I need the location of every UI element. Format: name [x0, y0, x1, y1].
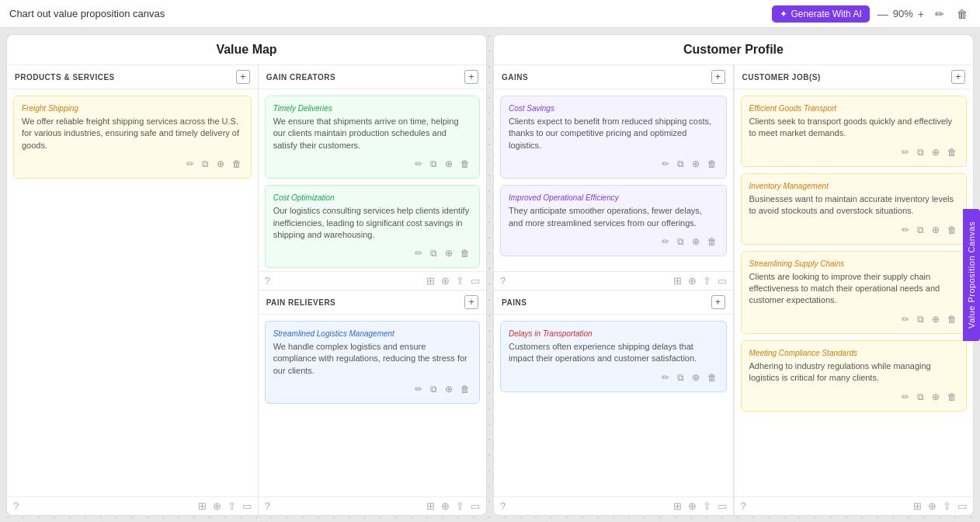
arrow-icon-gains[interactable]: ⇧	[703, 275, 711, 287]
generate-ai-button[interactable]: ✦ Generate With AI	[772, 5, 869, 23]
grid-icon-ps[interactable]: ⊞	[198, 500, 207, 512]
share-icon-ps[interactable]: ⊕	[213, 500, 221, 512]
edit-timely-button[interactable]: ✏	[413, 158, 424, 170]
compliance-standards-tag: Meeting Compliance Standards	[749, 349, 959, 357]
copy-streamlining-button[interactable]: ⧉	[916, 313, 926, 325]
comment-icon-pains[interactable]: ▭	[718, 500, 727, 512]
delete-inventory-button[interactable]: 🗑	[946, 224, 958, 236]
streamlined-logistics-tag: Streamlined Logistics Management	[273, 329, 471, 338]
arrow-icon-gc[interactable]: ⇧	[456, 275, 464, 287]
grid-icon-pr[interactable]: ⊞	[426, 500, 435, 512]
zoom-in-button[interactable]: +	[916, 8, 926, 20]
copy-effgoods-button[interactable]: ⧉	[916, 146, 926, 158]
pen-tool-button[interactable]: ✏	[932, 6, 947, 22]
help-icon-gains[interactable]: ?	[500, 275, 506, 287]
copy-stream-button[interactable]: ⧉	[429, 383, 439, 395]
help-icon-ps[interactable]: ?	[13, 500, 19, 512]
share-icon-gc[interactable]: ⊕	[441, 275, 450, 287]
link-delays-button[interactable]: ⊕	[690, 371, 701, 384]
copy-improved-button[interactable]: ⧉	[676, 235, 686, 248]
comment-icon-gc[interactable]: ▭	[471, 275, 480, 287]
pains-add-button[interactable]: +	[711, 295, 725, 309]
products-services-add-button[interactable]: +	[236, 70, 250, 84]
edit-costsav-button[interactable]: ✏	[660, 158, 671, 170]
gains-add-button[interactable]: +	[711, 70, 725, 84]
link-freight-button[interactable]: ⊕	[215, 158, 226, 170]
grid-icon-pains[interactable]: ⊞	[673, 500, 682, 512]
edit-freight-button[interactable]: ✏	[185, 158, 196, 170]
delete-compliance-button[interactable]: 🗑	[946, 391, 958, 403]
freight-shipping-actions: ✏ ⧉ ⊕ 🗑	[22, 158, 243, 170]
share-icon-pr[interactable]: ⊕	[441, 500, 450, 512]
copy-delays-button[interactable]: ⧉	[676, 371, 686, 384]
arrow-icon-ps[interactable]: ⇧	[228, 500, 236, 512]
edit-delays-button[interactable]: ✏	[660, 371, 671, 384]
link-streamlining-button[interactable]: ⊕	[930, 313, 941, 325]
delete-effgoods-button[interactable]: 🗑	[946, 146, 958, 158]
arrow-icon-pr[interactable]: ⇧	[456, 500, 464, 512]
pain-relievers-add-button[interactable]: +	[464, 295, 478, 309]
delete-streamlining-button[interactable]: 🗑	[946, 313, 958, 325]
delete-delays-button[interactable]: 🗑	[706, 371, 718, 384]
arrow-icon-pains[interactable]: ⇧	[703, 500, 711, 512]
comment-icon-cj[interactable]: ▭	[957, 500, 967, 512]
copy-compliance-button[interactable]: ⧉	[916, 391, 926, 403]
delete-costsav-button[interactable]: 🗑	[706, 158, 718, 170]
edit-costopt-button[interactable]: ✏	[413, 247, 424, 259]
copy-costsav-button[interactable]: ⧉	[676, 158, 686, 170]
delete-costopt-button[interactable]: 🗑	[459, 247, 471, 259]
link-stream-button[interactable]: ⊕	[443, 383, 454, 395]
help-icon-cj[interactable]: ?	[741, 500, 746, 512]
help-icon-pains[interactable]: ?	[500, 500, 506, 512]
edit-effgoods-button[interactable]: ✏	[900, 146, 911, 158]
share-icon-gains[interactable]: ⊕	[688, 275, 697, 287]
link-compliance-button[interactable]: ⊕	[930, 391, 941, 403]
arrow-icon-cj[interactable]: ⇧	[943, 500, 951, 512]
inventory-management-tag: Inventory Management	[749, 182, 959, 190]
link-effgoods-button[interactable]: ⊕	[930, 146, 941, 158]
customer-jobs-add-button[interactable]: +	[951, 70, 965, 84]
edit-stream-button[interactable]: ✏	[413, 383, 424, 395]
delete-improved-button[interactable]: 🗑	[706, 235, 718, 248]
link-inventory-button[interactable]: ⊕	[930, 224, 941, 236]
cost-savings-card: Cost Savings Clients expect to benefit f…	[500, 96, 727, 179]
comment-icon-pr[interactable]: ▭	[471, 500, 480, 512]
side-tab[interactable]: Value Proposition Canvas	[963, 209, 980, 341]
share-icon-cj[interactable]: ⊕	[928, 500, 937, 512]
link-improved-button[interactable]: ⊕	[690, 235, 701, 248]
delays-actions: ✏ ⧉ ⊕ 🗑	[509, 371, 718, 384]
freight-shipping-desc: We offer reliable freight shipping servi…	[22, 116, 243, 151]
link-costopt-button[interactable]: ⊕	[443, 247, 454, 259]
grid-icon-gc[interactable]: ⊞	[426, 275, 435, 287]
grid-icon-cj[interactable]: ⊞	[913, 500, 922, 512]
grid-icon-gains[interactable]: ⊞	[673, 275, 682, 287]
edit-streamlining-button[interactable]: ✏	[900, 313, 911, 325]
link-costsav-button[interactable]: ⊕	[690, 158, 701, 170]
efficient-goods-actions: ✏ ⧉ ⊕ 🗑	[749, 146, 959, 158]
streamlined-logistics-desc: We handle complex logistics and ensure c…	[273, 341, 471, 377]
comment-icon-gains[interactable]: ▭	[718, 275, 727, 287]
copy-timely-button[interactable]: ⧉	[429, 158, 439, 170]
comment-icon-ps[interactable]: ▭	[242, 500, 252, 512]
copy-inventory-button[interactable]: ⧉	[916, 224, 926, 236]
timely-deliveries-card: Timely Deliveries We ensure that shipmen…	[265, 96, 480, 179]
edit-improved-button[interactable]: ✏	[660, 235, 671, 248]
copy-freight-button[interactable]: ⧉	[200, 158, 210, 170]
products-footer: ? ⊞ ⊕ ⇧ ▭	[7, 496, 258, 515]
delete-timely-button[interactable]: 🗑	[459, 158, 471, 170]
share-icon-pains[interactable]: ⊕	[688, 500, 697, 512]
zoom-out-button[interactable]: —	[876, 8, 890, 20]
edit-compliance-button[interactable]: ✏	[900, 391, 911, 403]
delete-canvas-button[interactable]: 🗑	[954, 6, 971, 22]
cost-optimization-tag: Cost Optimization	[273, 193, 471, 202]
help-icon-pr[interactable]: ?	[265, 500, 270, 512]
delete-freight-button[interactable]: 🗑	[231, 158, 243, 170]
link-timely-button[interactable]: ⊕	[443, 158, 454, 170]
copy-costopt-button[interactable]: ⧉	[429, 247, 439, 259]
gain-creators-add-button[interactable]: +	[464, 70, 478, 84]
delays-tag: Delays in Transportation	[509, 329, 718, 338]
edit-inventory-button[interactable]: ✏	[900, 224, 911, 236]
help-icon-gc[interactable]: ?	[265, 275, 270, 287]
customer-profile-body: GAINS + Cost Savings Clients expect to b…	[494, 65, 973, 515]
delete-stream-button[interactable]: 🗑	[459, 383, 471, 395]
